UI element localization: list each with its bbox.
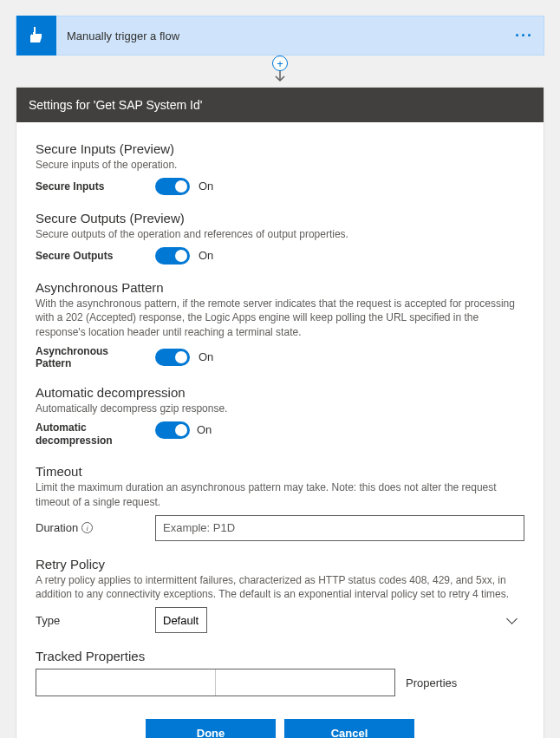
tracked-property-key-input[interactable] [36, 669, 216, 696]
auto-decompress-toggle-label: Automatic decompression [36, 421, 147, 448]
retry-policy-select[interactable]: Default [155, 607, 207, 633]
async-pattern-toggle-label: Asynchronous Pattern [36, 345, 147, 369]
trigger-card[interactable]: Manually trigger a flow ··· [16, 16, 544, 56]
trigger-icon [16, 16, 56, 56]
timeout-label: Duration i [36, 521, 147, 534]
settings-header: Settings for 'Get SAP System Id' [16, 88, 544, 122]
retry-policy-desc: A retry policy applies to intermittent f… [36, 573, 524, 603]
retry-policy-section: Retry Policy A retry policy applies to i… [36, 557, 524, 634]
secure-outputs-toggle[interactable] [155, 247, 190, 265]
retry-policy-title: Retry Policy [36, 557, 524, 571]
secure-outputs-state: On [199, 249, 213, 262]
secure-inputs-toggle[interactable] [155, 178, 190, 195]
tracked-properties-label: Properties [406, 676, 457, 689]
tracked-properties-title: Tracked Properties [36, 649, 524, 663]
trigger-menu-icon[interactable]: ··· [515, 27, 533, 45]
retry-policy-select-wrap[interactable]: Default [155, 607, 524, 633]
tracked-properties-section: Tracked Properties Properties [36, 649, 524, 696]
async-pattern-desc: With the asynchronous pattern, if the re… [36, 297, 524, 340]
secure-outputs-desc: Secure outputs of the operation and refe… [36, 227, 524, 242]
secure-inputs-section: Secure Inputs (Preview) Secure inputs of… [36, 141, 524, 195]
timeout-desc: Limit the maximum duration an asynchrono… [36, 480, 524, 510]
async-pattern-title: Asynchronous Pattern [36, 280, 524, 295]
arrow-down-icon [274, 69, 286, 87]
secure-outputs-toggle-label: Secure Outputs [36, 250, 147, 262]
secure-outputs-title: Secure Outputs (Preview) [36, 211, 524, 225]
auto-decompress-desc: Automatically decompress gzip response. [36, 402, 524, 416]
auto-decompress-state: On [197, 423, 212, 436]
cancel-button[interactable]: Cancel [284, 719, 414, 738]
auto-decompress-section: Automatic decompression Automatically de… [36, 385, 524, 448]
tracked-property-value-input[interactable] [216, 669, 394, 696]
auto-decompress-label-line2: decompression [36, 434, 147, 448]
timeout-title: Timeout [36, 464, 524, 479]
settings-card: Settings for 'Get SAP System Id' Secure … [16, 87, 544, 738]
async-pattern-state: On [199, 350, 213, 363]
auto-decompress-title: Automatic decompression [36, 385, 524, 400]
info-icon[interactable]: i [81, 522, 93, 533]
connector-top: + [16, 56, 544, 87]
secure-inputs-toggle-label: Secure Inputs [36, 180, 147, 193]
auto-decompress-label-line1: Automatic [36, 421, 147, 435]
secure-inputs-title: Secure Inputs (Preview) [36, 141, 524, 156]
add-step-button-top[interactable]: + [272, 56, 288, 71]
async-pattern-toggle[interactable] [155, 349, 190, 366]
timeout-section: Timeout Limit the maximum duration an as… [36, 464, 524, 541]
timeout-label-text: Duration [36, 521, 78, 534]
secure-inputs-state: On [199, 180, 213, 193]
retry-policy-type-label: Type [36, 614, 147, 627]
timeout-duration-input[interactable] [155, 515, 524, 541]
done-button[interactable]: Done [146, 719, 276, 738]
button-row: Done Cancel [36, 719, 524, 738]
auto-decompress-toggle[interactable] [155, 421, 190, 439]
settings-body: Secure Inputs (Preview) Secure inputs of… [16, 122, 544, 738]
async-pattern-section: Asynchronous Pattern With the asynchrono… [36, 280, 524, 369]
secure-inputs-desc: Secure inputs of the operation. [36, 158, 524, 173]
secure-outputs-section: Secure Outputs (Preview) Secure outputs … [36, 211, 524, 265]
tracked-property-inputs [36, 669, 395, 696]
trigger-title: Manually trigger a flow [56, 29, 515, 42]
